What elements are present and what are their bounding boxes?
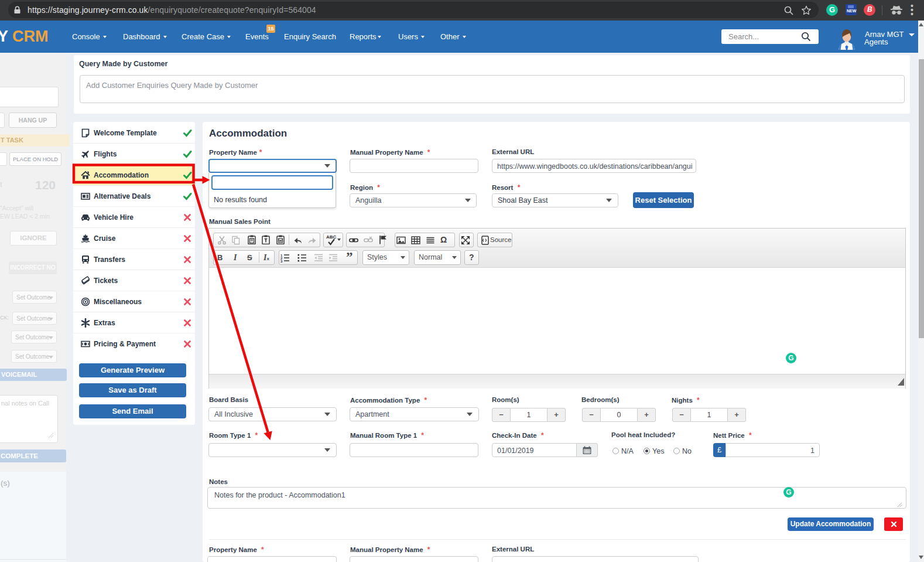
svg-text:3: 3 [280, 260, 283, 263]
